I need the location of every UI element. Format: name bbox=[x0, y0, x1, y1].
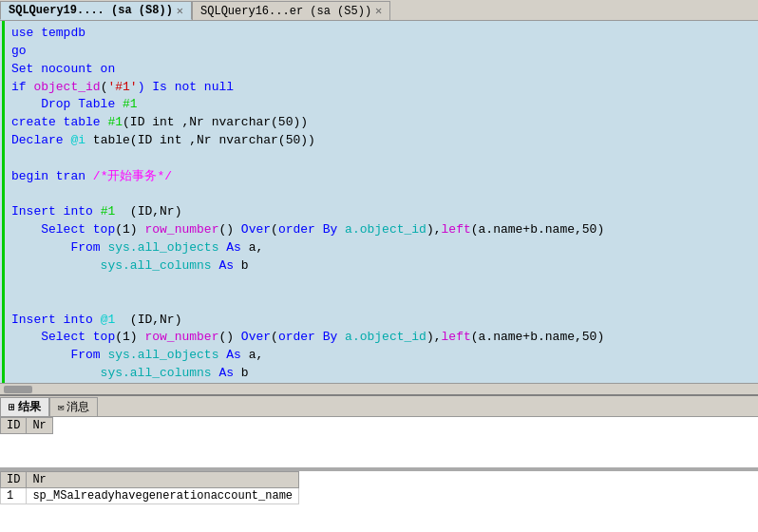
grid1-col-nr: Nr bbox=[27, 418, 52, 434]
code-line bbox=[11, 150, 752, 168]
tab-messages[interactable]: ✉ 消息 bbox=[49, 397, 99, 416]
code-area[interactable]: use tempdbgoSet nocount onif object_id('… bbox=[6, 21, 758, 383]
tab-query19-close[interactable]: ✕ bbox=[177, 4, 183, 18]
h-scroll[interactable] bbox=[0, 383, 758, 394]
results-label: 结果 bbox=[18, 399, 41, 415]
code-line bbox=[11, 276, 752, 294]
table-row: 1sp_MSalreadyhavegenerationaccount_name bbox=[1, 488, 299, 504]
code-line: From sys.all_objects As a, bbox=[11, 347, 752, 365]
messages-icon: ✉ bbox=[58, 401, 65, 413]
result-content: ID Nr ID Nr 1sp_MSalreadyhavegenerationa… bbox=[0, 417, 758, 532]
tab-query19[interactable]: SQLQuery19.... (sa (S8)) ✕ bbox=[0, 1, 192, 20]
h-scroll-thumb[interactable] bbox=[4, 386, 32, 393]
bottom-panel: ⊞ 结果 ✉ 消息 ID Nr bbox=[0, 394, 758, 532]
code-line: Set nocount on bbox=[11, 61, 752, 79]
grid2-table: ID Nr 1sp_MSalreadyhavegenerationaccount… bbox=[0, 471, 299, 504]
code-line: Declare @i table(ID int ,Nr nvarchar(50)… bbox=[11, 132, 752, 150]
code-line: go bbox=[11, 43, 752, 61]
code-line: sys.all_columns As b bbox=[11, 365, 752, 383]
grid1-table: ID Nr bbox=[0, 417, 53, 434]
result-tabs-bar: ⊞ 结果 ✉ 消息 bbox=[0, 396, 758, 417]
grid1-col-id: ID bbox=[1, 418, 27, 434]
result-grid2[interactable]: ID Nr 1sp_MSalreadyhavegenerationaccount… bbox=[0, 469, 758, 526]
messages-label: 消息 bbox=[66, 399, 89, 415]
code-line bbox=[11, 186, 752, 204]
left-indicator bbox=[0, 21, 6, 383]
tab-bar: SQLQuery19.... (sa (S8)) ✕ SQLQuery16...… bbox=[0, 0, 758, 21]
code-line: Insert into @1 (ID,Nr) bbox=[11, 312, 752, 330]
green-line bbox=[2, 21, 5, 383]
tab-query16-close[interactable]: ✕ bbox=[375, 4, 382, 18]
code-line: if object_id('#1') Is not null bbox=[11, 79, 752, 97]
code-line: From sys.all_objects As a, bbox=[11, 239, 752, 257]
result-grid1[interactable]: ID Nr bbox=[0, 417, 758, 469]
tab-results[interactable]: ⊞ 结果 bbox=[0, 397, 49, 416]
code-line: create table #1(ID int ,Nr nvarchar(50)) bbox=[11, 114, 752, 132]
code-line: sys.all_columns As b bbox=[11, 257, 752, 276]
tab-query16-label: SQLQuery16...er (sa (S5)) bbox=[200, 5, 371, 18]
code-line: Drop Table #1 bbox=[11, 96, 752, 114]
results-icon: ⊞ bbox=[9, 401, 15, 413]
tab-query19-label: SQLQuery19.... (sa (S8)) bbox=[9, 4, 173, 17]
grid2-col-nr: Nr bbox=[27, 472, 299, 488]
code-line: use tempdb bbox=[11, 25, 752, 43]
code-line bbox=[11, 294, 752, 312]
tab-query16[interactable]: SQLQuery16...er (sa (S5)) ✕ bbox=[192, 1, 390, 20]
editor-container: use tempdbgoSet nocount onif object_id('… bbox=[0, 21, 758, 383]
code-line: begin tran /*开始事务*/ bbox=[11, 168, 752, 186]
grid2-col-id: ID bbox=[1, 472, 27, 488]
code-line: Select top(1) row_number() Over(order By… bbox=[11, 329, 752, 347]
code-line: Select top(1) row_number() Over(order By… bbox=[11, 221, 752, 239]
code-line: Insert into #1 (ID,Nr) bbox=[11, 203, 752, 221]
